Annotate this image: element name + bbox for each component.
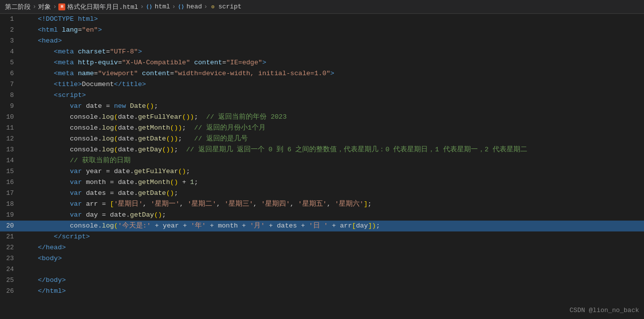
line-content: <head>	[21, 36, 644, 46]
line-number: 26	[0, 286, 21, 297]
breadcrumb-item-1[interactable]: 第二阶段	[5, 2, 31, 11]
breadcrumb-item-5[interactable]: ⟨⟩ head	[178, 3, 202, 10]
line-21: 21 </script>	[0, 231, 644, 242]
line-content: console.log(date.getDate()); // 返回的是几号	[21, 134, 644, 144]
breadcrumb-label: head	[186, 3, 202, 10]
line-number: 22	[0, 242, 21, 253]
line-6: 6 <meta name="viewport" content="width=d…	[0, 68, 644, 79]
line-content: </script>	[21, 231, 644, 242]
line-5: 5 <meta http-equiv="X-UA-Compatible" con…	[0, 57, 644, 68]
line-14: 14 // 获取当前的日期	[0, 155, 644, 166]
line-content: var arr = ['星期日', '星期一', '星期二', '星期三', '…	[21, 199, 644, 210]
line-number: 21	[0, 231, 21, 242]
line-content: console.log(date.getFullYear()); // 返回当前…	[21, 112, 644, 123]
line-number: 13	[0, 144, 21, 155]
line-7: 7 <title>Document</title>	[0, 79, 644, 90]
line-number: 18	[0, 199, 21, 210]
line-content: </html>	[21, 286, 644, 297]
line-content: console.log(date.getDay()); // 返回星期几 返回一…	[21, 144, 644, 155]
line-number: 25	[0, 275, 21, 286]
line-number: 7	[0, 79, 21, 90]
line-number: 3	[0, 36, 21, 46]
line-number: 1	[0, 14, 21, 25]
line-15: 15 var year = date.getFullYear();	[0, 166, 644, 177]
line-17: 17 var dates = date.getDate();	[0, 188, 644, 199]
line-number: 15	[0, 166, 21, 177]
line-12: 12 console.log(date.getDate()); // 返回的是几…	[0, 134, 644, 144]
line-content: // 获取当前的日期	[21, 155, 644, 166]
breadcrumb-label: 格式化日期年月日.html	[67, 2, 138, 11]
line-number: 23	[0, 253, 21, 264]
breadcrumb-item-6[interactable]: ⊙ script	[209, 3, 241, 10]
line-content: var day = date.getDay();	[21, 210, 644, 221]
breadcrumb: 第二阶段 › 对象 › H 格式化日期年月日.html › ⟨⟩ html › …	[0, 0, 644, 14]
line-content: <title>Document</title>	[21, 79, 644, 90]
breadcrumb-label: 第二阶段	[5, 2, 31, 11]
line-content: var year = date.getFullYear();	[21, 166, 644, 177]
line-number: 19	[0, 210, 21, 221]
line-18: 18 var arr = ['星期日', '星期一', '星期二', '星期三'…	[0, 199, 644, 210]
breadcrumb-label: 对象	[38, 2, 51, 11]
line-20: 20 console.log('今天是:' + year + '年' + mon…	[0, 221, 644, 231]
line-number: 24	[0, 264, 21, 275]
line-number: 4	[0, 46, 21, 57]
line-13: 13 console.log(date.getDay()); // 返回星期几 …	[0, 144, 644, 155]
line-number: 20	[0, 221, 21, 231]
line-number: 16	[0, 177, 21, 188]
script-icon: ⊙	[209, 3, 216, 10]
line-content	[21, 264, 644, 275]
line-9: 9 var date = new Date();	[0, 101, 644, 112]
line-1: 1 <!DOCTYPE html>	[0, 14, 644, 25]
line-3: 3 <head>	[0, 36, 644, 46]
line-2: 2 <html lang="en">	[0, 25, 644, 36]
breadcrumb-label: html	[155, 3, 170, 10]
line-content: var dates = date.getDate();	[21, 188, 644, 199]
line-content: <script>	[21, 90, 644, 101]
line-16: 16 var month = date.getMonth() + 1;	[0, 177, 644, 188]
line-number: 5	[0, 57, 21, 68]
breadcrumb-item-4[interactable]: ⟨⟩ html	[146, 3, 170, 10]
line-23: 23 <body>	[0, 253, 644, 264]
line-content: </body>	[21, 275, 644, 286]
line-26: 26 </html>	[0, 286, 644, 297]
line-number: 14	[0, 155, 21, 166]
tag-icon: ⟨⟩	[146, 3, 153, 10]
tag-icon: ⟨⟩	[178, 3, 184, 10]
breadcrumb-sep: ›	[33, 3, 36, 10]
breadcrumb-sep: ›	[53, 3, 56, 10]
line-4: 4 <meta charset="UTF-8">	[0, 46, 644, 57]
watermark: CSDN @lion_no_back	[570, 307, 639, 314]
line-content: var date = new Date();	[21, 101, 644, 112]
breadcrumb-sep: ›	[172, 3, 176, 10]
line-number: 11	[0, 123, 21, 134]
breadcrumb-item-3[interactable]: H 格式化日期年月日.html	[58, 2, 138, 11]
line-11: 11 console.log(date.getMonth()); // 返回的月…	[0, 123, 644, 134]
line-content: <body>	[21, 253, 644, 264]
line-content: var month = date.getMonth() + 1;	[21, 177, 644, 188]
line-content: <!DOCTYPE html>	[21, 14, 644, 25]
line-number: 2	[0, 25, 21, 36]
line-22: 22 </head>	[0, 242, 644, 253]
line-content: </head>	[21, 242, 644, 253]
breadcrumb-item-2[interactable]: 对象	[38, 2, 51, 11]
line-content: <html lang="en">	[21, 25, 644, 36]
line-number: 6	[0, 68, 21, 79]
line-content: <meta http-equiv="X-UA-Compatible" conte…	[21, 57, 644, 68]
code-editor[interactable]: 1 <!DOCTYPE html> 2 <html lang="en"> 3 <…	[0, 14, 644, 319]
line-10: 10 console.log(date.getFullYear()); // 返…	[0, 112, 644, 123]
line-number: 17	[0, 188, 21, 199]
line-content: <meta charset="UTF-8">	[21, 46, 644, 57]
breadcrumb-sep: ›	[204, 3, 207, 10]
line-8: 8 <script>	[0, 90, 644, 101]
line-25: 25 </body>	[0, 275, 644, 286]
line-number: 8	[0, 90, 21, 101]
line-content: <meta name="viewport" content="width=dev…	[21, 68, 644, 79]
line-number: 9	[0, 101, 21, 112]
line-content: console.log(date.getMonth()); // 返回的月份小1…	[21, 123, 644, 134]
line-content: console.log('今天是:' + year + '年' + month …	[21, 221, 644, 231]
line-19: 19 var day = date.getDay();	[0, 210, 644, 221]
line-24: 24	[0, 264, 644, 275]
html-icon: H	[58, 3, 65, 10]
line-number: 10	[0, 112, 21, 123]
line-number: 12	[0, 134, 21, 144]
